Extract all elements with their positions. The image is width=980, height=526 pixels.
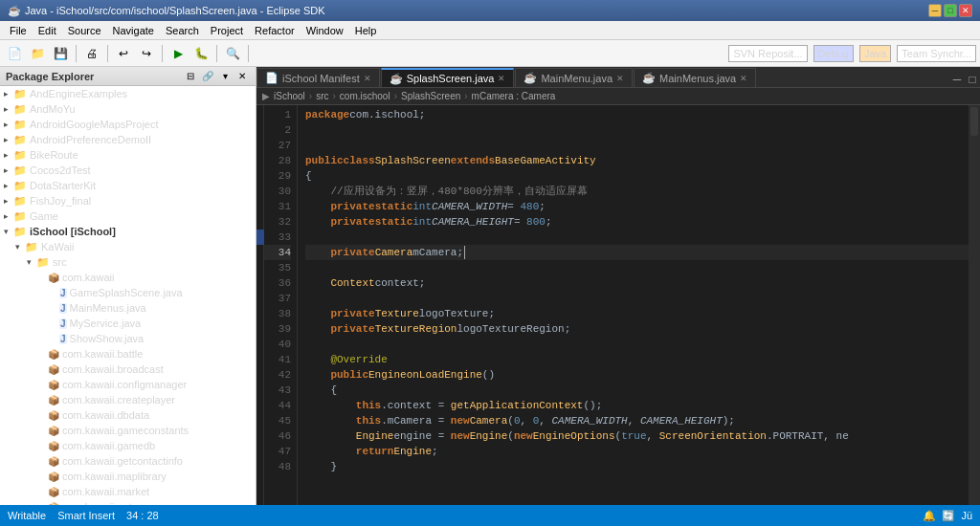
close-explorer-btn[interactable]: ✕ (234, 69, 250, 84)
menu-search[interactable]: Search (160, 23, 205, 38)
collapse-all-btn[interactable]: ⊟ (183, 69, 198, 84)
breadcrumb-ischool[interactable]: iSchool (274, 91, 305, 101)
tree-item[interactable]: ▸📁FishJoy_final (0, 193, 256, 208)
search-btn[interactable]: 🔍 (222, 43, 243, 64)
tree-item[interactable]: JShowShow.java (0, 331, 256, 346)
editor-area: 📄 iSchool Manifest ✕ ☕ SplashScreen.java… (256, 67, 980, 505)
tree-item[interactable]: ▸📁AndroidGoogleMapsProject (0, 117, 256, 132)
maximize-button[interactable]: □ (944, 4, 957, 17)
breadcrumb-class[interactable]: SplashScreen (401, 91, 460, 101)
tree-item[interactable]: ▾📁src (0, 254, 256, 270)
tree-item[interactable]: 📦com.kawaii.createplayer (0, 392, 256, 407)
tree-item[interactable]: ▾📁iSchool [iSchool] (0, 224, 256, 239)
tree-label: AndEngineExamples (30, 88, 127, 99)
menu-help[interactable]: Help (349, 23, 383, 38)
minimize-button[interactable]: ─ (928, 4, 942, 17)
tree-item[interactable]: ▸📁Game (0, 208, 256, 224)
window-title: Java - iSchool/src/com/ischool/SplashScr… (25, 5, 325, 16)
overview-ruler[interactable] (969, 105, 980, 505)
menu-navigate[interactable]: Navigate (107, 23, 160, 38)
line-number: 2 (264, 122, 291, 138)
debug-button[interactable]: 🐛 (190, 43, 212, 64)
breadcrumb-src[interactable]: src (316, 91, 328, 101)
code-line: //应用设备为：竖屏，480*800分辨率，自动适应屏幕 (305, 184, 969, 199)
tab-splashscreen[interactable]: ☕ SplashScreen.java ✕ (381, 68, 515, 87)
tab-ischool-manifest[interactable]: 📄 iSchool Manifest ✕ (256, 68, 380, 87)
debug-label[interactable]: Debug (813, 45, 854, 62)
tree-item[interactable]: 📦com.kawaii.market (0, 484, 256, 499)
tree-item[interactable]: 📦com.kawaii.maplibrary (0, 469, 256, 484)
run-button[interactable]: ▶ (167, 43, 189, 64)
tree-icon: J (59, 288, 67, 298)
line-number: 33 (264, 230, 291, 245)
line-number: 37 (264, 291, 291, 306)
line-number: 35 (264, 260, 291, 275)
svn-label[interactable]: SVN Reposit... (728, 45, 807, 62)
tree-item[interactable]: 📦com.kawaii.broadcast (0, 362, 256, 377)
line-numbers: 1227282930313233343536373839404142434445… (264, 105, 298, 505)
menu-edit[interactable]: Edit (33, 23, 62, 38)
tree-item[interactable]: ▸📁AndEngineExamples (0, 86, 256, 101)
tree-item[interactable]: 📦com.kawaii.getcontactinfo (0, 453, 256, 469)
tab-mainmenu[interactable]: ☕ MainMenu.java ✕ (515, 68, 633, 87)
tree-item[interactable]: 📦com.kawaii.battle (0, 346, 256, 362)
tree-item[interactable]: JGameSplashScene.java (0, 285, 256, 300)
tree-item[interactable]: JMainMenus.java (0, 300, 256, 316)
tree-label: KaWaii (41, 241, 74, 252)
package-explorer-header: Package Explorer ⊟ 🔗 ▾ ✕ (0, 67, 256, 86)
close-button[interactable]: ✕ (959, 4, 972, 17)
breadcrumb-member[interactable]: mCamera : Camera (472, 91, 556, 101)
close-tab-mainmenus[interactable]: ✕ (740, 74, 747, 83)
tree-item[interactable]: ▸📁Cocos2dTest (0, 163, 256, 178)
link-with-editor-btn[interactable]: 🔗 (200, 69, 215, 84)
tree-item[interactable]: ▸📁DotaStarterKit (0, 178, 256, 193)
tree-item[interactable]: JMyService.java (0, 316, 256, 331)
tree-item[interactable]: ▸📁AndroidPreferenceDemoII (0, 132, 256, 147)
sep3 (162, 45, 163, 62)
tab-mainmenus[interactable]: ☕ MainMenus.java ✕ (634, 68, 756, 87)
tree-item[interactable]: ▸📁BikeRoute (0, 147, 256, 163)
minimize-editor-btn[interactable]: ─ (949, 72, 965, 87)
tree-item[interactable]: 📦com.kawaii.dbdata (0, 407, 256, 423)
line-number: 32 (264, 214, 291, 230)
view-menu-btn[interactable]: ▾ (217, 69, 233, 84)
tree-item[interactable]: 📦com.kawaii.gamedb (0, 438, 256, 453)
tree-item[interactable]: ▸📁AndMoYu (0, 101, 256, 117)
close-tab-manifest[interactable]: ✕ (364, 74, 371, 83)
menu-window[interactable]: Window (301, 23, 349, 38)
breadcrumb-package[interactable]: com.ischool (340, 91, 390, 101)
tree-item[interactable]: 📦com.kawaii.configmanager (0, 377, 256, 392)
save-button[interactable]: 💾 (50, 43, 71, 64)
code-line: Engine engine = new Engine(new EngineOpt… (305, 428, 969, 444)
tree-icon: J (59, 334, 67, 344)
tree-item[interactable]: 📦com.kawaii.netgame (0, 499, 256, 505)
menu-source[interactable]: Source (62, 23, 107, 38)
new-button[interactable]: 📄 (4, 43, 25, 64)
tab-label-mainmenu: MainMenu.java (541, 73, 612, 84)
undo-button[interactable]: ↩ (113, 43, 134, 64)
code-content[interactable]: package com.ischool; public class Splash… (298, 105, 969, 505)
menu-refactor[interactable]: Refactor (249, 23, 301, 38)
close-tab-splash[interactable]: ✕ (498, 74, 505, 83)
tree-item[interactable]: 📦com.kawaii (0, 270, 256, 285)
redo-button[interactable]: ↪ (136, 43, 157, 64)
project-tree[interactable]: ▸📁AndEngineExamples▸📁AndMoYu▸📁AndroidGoo… (0, 86, 256, 505)
print-button[interactable]: 🖨 (81, 43, 102, 64)
open-button[interactable]: 📁 (27, 43, 48, 64)
scroll-thumb[interactable] (970, 107, 978, 136)
line-number: 27 (264, 138, 291, 153)
code-line (305, 260, 969, 275)
tree-item[interactable]: 📦com.kawaii.gameconstants (0, 423, 256, 438)
team-label[interactable]: Team Synchr... (897, 45, 976, 62)
menu-file[interactable]: File (4, 23, 33, 38)
tree-label: com.kawaii.broadcast (62, 363, 164, 375)
tab-label-mainmenus: MainMenus.java (659, 73, 736, 84)
close-tab-mainmenu[interactable]: ✕ (616, 74, 624, 83)
editor-tabs: 📄 iSchool Manifest ✕ ☕ SplashScreen.java… (256, 67, 980, 88)
java-status: Jü (961, 510, 972, 521)
maximize-editor-btn[interactable]: □ (965, 72, 980, 87)
java-label[interactable]: Java (859, 45, 891, 62)
tree-label: Cocos2dTest (30, 164, 91, 176)
menu-project[interactable]: Project (205, 23, 249, 38)
tree-item[interactable]: ▾📁KaWaii (0, 239, 256, 254)
